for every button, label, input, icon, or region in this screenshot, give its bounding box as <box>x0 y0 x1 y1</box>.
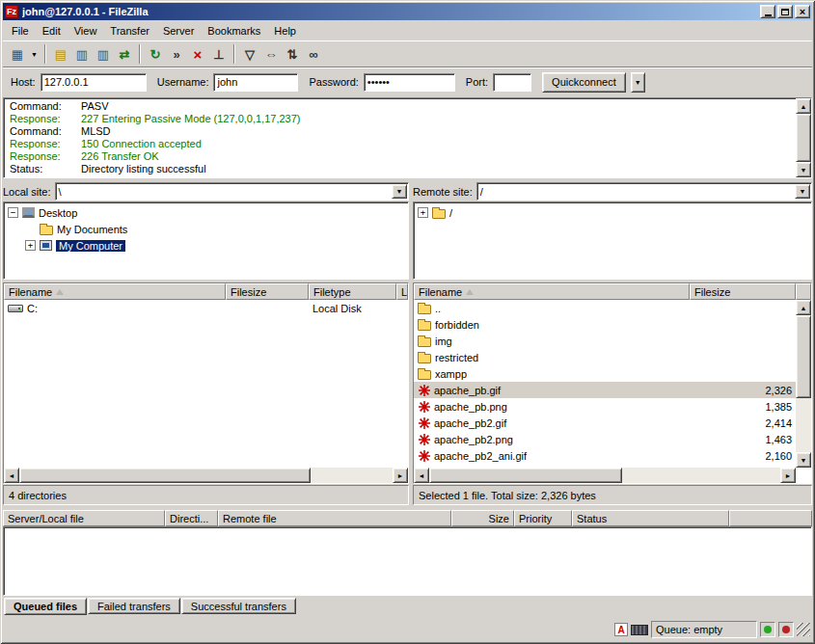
remote-file-row[interactable]: apache_pb2.gif 2,414 <box>414 415 796 431</box>
minimize-button[interactable] <box>760 5 775 18</box>
folder-icon <box>40 226 53 235</box>
receive-activity-led-icon <box>782 626 790 633</box>
tab-queued-files[interactable]: Queued files <box>4 598 87 615</box>
titlebar[interactable]: Fz john@127.0.0.1 - FileZilla × <box>3 3 812 20</box>
expand-icon[interactable]: + <box>418 207 428 218</box>
remote-file-row[interactable]: apache_pb2_ani.gif 2,160 <box>414 447 796 464</box>
scroll-right-icon[interactable]: ► <box>780 468 796 483</box>
file-size: 2,414 <box>690 415 796 431</box>
menu-edit[interactable]: Edit <box>36 22 68 40</box>
column-header-last-modified[interactable]: L <box>396 283 408 300</box>
find-files-icon[interactable]: ∞ <box>303 43 324 65</box>
remote-file-row[interactable]: restricted <box>414 349 796 365</box>
column-header-status[interactable]: Status <box>572 510 729 526</box>
scroll-right-icon[interactable]: ► <box>393 468 408 483</box>
disconnect-icon[interactable]: ⊥ <box>208 43 230 65</box>
quickconnect-button[interactable]: Quickconnect <box>542 72 626 93</box>
remote-file-row[interactable]: apache_pb.png 1,385 <box>414 398 796 415</box>
column-header-priority[interactable]: Priority <box>514 510 572 526</box>
refresh-icon[interactable]: ↻ <box>145 43 166 65</box>
resize-grip[interactable] <box>797 623 810 636</box>
keyboard-icon[interactable] <box>631 625 648 635</box>
quickconnect-dropdown-icon[interactable]: ▼ <box>631 72 645 93</box>
remote-file-row[interactable]: forbidden <box>414 316 796 333</box>
scroll-left-icon[interactable]: ◄ <box>4 468 19 483</box>
column-header-filename[interactable]: Filename <box>414 283 690 300</box>
host-input[interactable] <box>41 73 147 92</box>
collapse-icon[interactable]: − <box>8 207 18 218</box>
port-input[interactable] <box>493 73 531 92</box>
local-list-hscrollbar[interactable]: ◄ ► <box>4 468 408 483</box>
scroll-down-icon[interactable]: ▼ <box>796 452 811 468</box>
password-label: Password: <box>309 76 358 88</box>
remote-list-vscrollbar[interactable]: ▲ ▼ <box>796 300 811 468</box>
chevron-down-icon[interactable]: ▼ <box>392 184 407 199</box>
scroll-down-icon[interactable]: ▼ <box>796 162 811 177</box>
maximize-button[interactable] <box>777 5 793 18</box>
remote-site-combo[interactable]: / ▼ <box>476 182 812 201</box>
column-header-filetype[interactable]: Filetype <box>309 283 396 300</box>
username-input[interactable] <box>213 73 298 92</box>
queue-body[interactable] <box>3 526 812 596</box>
queue-status-text: Queue: empty <box>651 621 757 638</box>
menu-transfer[interactable]: Transfer <box>103 22 156 40</box>
transfer-type-indicator-icon[interactable]: A <box>614 623 628 636</box>
scroll-thumb[interactable] <box>19 468 311 483</box>
scroll-up-icon[interactable]: ▲ <box>796 98 811 114</box>
directory-filters-icon[interactable]: ▽ <box>239 43 260 65</box>
cancel-current-operation-icon[interactable]: × <box>187 43 208 65</box>
remote-list-hscrollbar[interactable]: ◄ ► <box>414 468 796 483</box>
password-input[interactable] <box>364 73 455 92</box>
transfer-queue-toggle-icon[interactable]: ⇄ <box>114 43 135 65</box>
tree-item-my-computer[interactable]: + My Computer <box>8 237 408 254</box>
remote-file-row[interactable]: apache_pb2.png 1,463 <box>414 431 796 447</box>
scroll-left-icon[interactable]: ◄ <box>414 468 429 483</box>
tree-item-root[interactable]: + / <box>418 204 811 221</box>
menu-file[interactable]: File <box>5 22 36 40</box>
chevron-down-icon[interactable]: ▼ <box>795 184 810 199</box>
column-header-size[interactable]: Size <box>451 510 514 526</box>
remote-file-row[interactable]: xampp <box>414 365 796 382</box>
close-button[interactable]: × <box>795 5 810 18</box>
log-scrollbar[interactable]: ▲ ▼ <box>796 98 811 177</box>
scroll-thumb[interactable] <box>796 315 811 398</box>
column-header-filesize[interactable]: Filesize <box>226 283 309 300</box>
tab-failed-transfers[interactable]: Failed transfers <box>88 598 180 614</box>
column-header-direction[interactable]: Directi... <box>165 510 218 526</box>
remote-file-row-selected[interactable]: apache_pb.gif 2,326 <box>414 382 796 398</box>
local-site-combo[interactable]: \ ▼ <box>55 182 409 201</box>
file-name: apache_pb.gif <box>434 385 501 396</box>
column-header-remote-file[interactable]: Remote file <box>218 510 451 526</box>
synchronized-browsing-icon[interactable]: ⇅ <box>282 43 303 65</box>
scroll-thumb[interactable] <box>429 468 622 483</box>
tab-successful-transfers[interactable]: Successful transfers <box>181 598 296 614</box>
scroll-thumb[interactable] <box>796 114 811 162</box>
tree-item-desktop[interactable]: − Desktop <box>8 204 408 221</box>
file-size: 2,160 <box>690 447 796 464</box>
menu-view[interactable]: View <box>68 22 104 40</box>
message-log-toggle-icon[interactable]: ▤ <box>50 43 71 65</box>
directory-comparison-icon[interactable]: ⇔ <box>260 43 282 65</box>
column-header-filename[interactable]: Filename <box>4 283 226 300</box>
file-lists: Filename Filesize Filetype L C: Local Di… <box>3 282 812 484</box>
file-name: .. <box>435 303 441 314</box>
local-file-row[interactable]: C: Local Disk <box>4 300 408 316</box>
site-manager-icon[interactable]: ▦ <box>7 43 28 65</box>
expand-icon[interactable]: + <box>25 240 36 251</box>
menu-help[interactable]: Help <box>267 22 303 40</box>
tree-item-my-documents[interactable]: My Documents <box>8 221 408 237</box>
column-header-server-local-file[interactable]: Server/Local file <box>3 510 165 526</box>
process-queue-icon[interactable]: » <box>166 43 187 65</box>
remote-file-row[interactable]: img <box>414 333 796 349</box>
remote-file-row[interactable]: .. <box>414 300 796 316</box>
menu-bookmarks[interactable]: Bookmarks <box>201 22 267 40</box>
local-file-list: Filename Filesize Filetype L C: Local Di… <box>3 282 409 484</box>
column-header-filesize[interactable]: Filesize <box>690 283 796 300</box>
menu-server[interactable]: Server <box>156 22 201 40</box>
site-manager-dropdown-icon[interactable]: ▼ <box>28 43 41 65</box>
file-name: apache_pb2_ani.gif <box>434 450 527 462</box>
scroll-up-icon[interactable]: ▲ <box>796 300 811 315</box>
remote-treeview-toggle-icon[interactable]: ▥ <box>93 43 114 65</box>
site-panes: Local site: \ ▼ − Desktop My Documents <box>3 181 812 280</box>
local-treeview-toggle-icon[interactable]: ▥ <box>71 43 93 65</box>
